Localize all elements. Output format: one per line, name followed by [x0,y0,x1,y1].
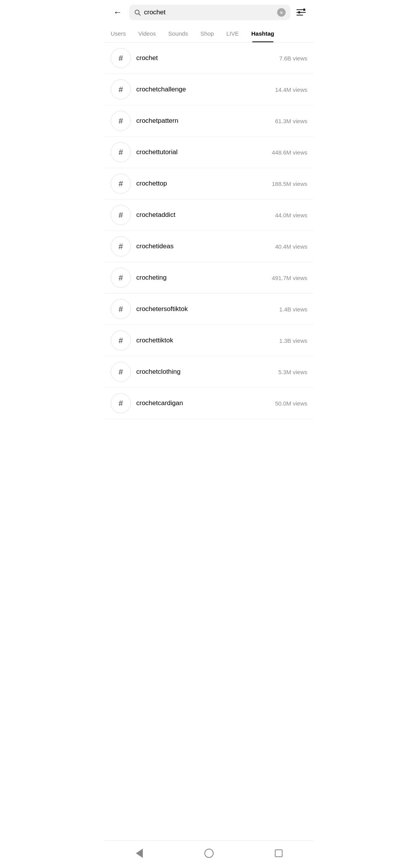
hashtag-name: crochettutorial [136,148,266,156]
hashtag-views: 50.0M views [275,400,307,407]
hashtag-item[interactable]: # crochettop 188.5M views [104,168,314,199]
tab-sounds[interactable]: Sounds [162,25,194,42]
search-bar: × [129,5,290,20]
hashtag-views: 5.3M views [278,369,307,375]
hashtag-symbol: # [118,368,123,376]
hashtag-symbol: # [118,148,123,157]
hashtag-icon-circle: # [111,111,131,131]
hashtag-item[interactable]: # crochet 7.6B views [104,43,314,74]
clear-icon: × [280,10,283,15]
tab-videos[interactable]: Videos [132,25,162,42]
hashtag-views: 44.0M views [275,212,307,218]
hashtag-views: 188.5M views [272,180,307,187]
tab-bar: Users Videos Sounds Shop LIVE Hashtag [104,25,314,43]
nav-back-icon [136,849,143,858]
search-input[interactable] [144,9,274,16]
bottom-nav [104,840,314,868]
search-icon [134,9,141,16]
nav-recents-button[interactable] [269,846,288,860]
header: ← × [104,0,314,25]
hashtag-icon-circle: # [111,299,131,319]
hashtag-name: crochetersoftiktok [136,305,274,313]
hashtag-symbol: # [118,85,123,94]
hashtag-name: crochetclothing [136,368,273,376]
clear-button[interactable]: × [277,8,286,17]
hashtag-views: 1.3B views [279,337,307,344]
tab-users[interactable]: Users [104,25,132,42]
svg-point-5 [303,9,305,11]
hashtag-item[interactable]: # crochetcardigan 50.0M views [104,388,314,419]
nav-home-icon [204,849,214,858]
hashtag-item[interactable]: # crochetclothing 5.3M views [104,356,314,388]
hashtag-icon-circle: # [111,393,131,413]
filter-icon [296,9,306,16]
hashtag-views: 40.4M views [275,243,307,250]
hashtag-views: 1.4B views [279,306,307,313]
hashtag-item[interactable]: # crochetchallenge 14.4M views [104,74,314,105]
back-button[interactable]: ← [110,5,125,20]
back-icon: ← [113,7,122,17]
hashtag-name: crochetpattern [136,117,270,125]
hashtag-name: crochetchallenge [136,86,270,93]
hashtag-icon-circle: # [111,268,131,288]
hashtag-views: 491.7M views [272,275,307,281]
hashtag-item[interactable]: # crochetersoftiktok 1.4B views [104,294,314,325]
hashtag-name: crochettop [136,180,266,187]
tab-hashtag[interactable]: Hashtag [245,25,280,42]
hashtag-symbol: # [118,273,123,282]
hashtag-symbol: # [118,336,123,345]
hashtag-icon-circle: # [111,330,131,351]
nav-back-button[interactable] [130,846,149,860]
tab-shop[interactable]: Shop [194,25,220,42]
hashtag-item[interactable]: # crochetideas 40.4M views [104,231,314,262]
tab-live[interactable]: LIVE [220,25,245,42]
nav-recents-icon [275,849,283,857]
hashtag-symbol: # [118,54,123,63]
hashtag-symbol: # [118,399,123,408]
hashtag-item[interactable]: # crochetaddict 44.0M views [104,199,314,231]
hashtag-icon-circle: # [111,48,131,68]
hashtag-views: 448.6M views [272,149,307,156]
hashtag-item[interactable]: # crocheting 491.7M views [104,262,314,294]
hashtag-name: crochetcardigan [136,399,270,407]
hashtag-symbol: # [118,117,123,125]
hashtag-name: crochetaddict [136,211,270,219]
hashtag-icon-circle: # [111,236,131,256]
hashtag-icon-circle: # [111,174,131,194]
hashtag-views: 7.6B views [279,55,307,62]
hashtag-symbol: # [118,242,123,251]
hashtag-item[interactable]: # crochetpattern 61.3M views [104,105,314,137]
hashtag-views: 61.3M views [275,118,307,124]
hashtag-views: 14.4M views [275,86,307,93]
hashtag-icon-circle: # [111,79,131,100]
hashtag-name: crochetideas [136,242,270,250]
hashtag-item[interactable]: # crochettutorial 448.6M views [104,137,314,168]
hashtag-item[interactable]: # crochettiktok 1.3B views [104,325,314,356]
hashtag-icon-circle: # [111,362,131,382]
hashtag-name: crochettiktok [136,337,274,344]
filter-button[interactable] [294,5,308,19]
hashtag-symbol: # [118,179,123,188]
svg-line-1 [139,14,140,15]
hashtag-icon-circle: # [111,142,131,162]
hashtag-symbol: # [118,211,123,220]
nav-home-button[interactable] [199,846,219,860]
hashtag-icon-circle: # [111,205,131,225]
hashtag-list: # crochet 7.6B views # crochetchallenge … [104,43,314,840]
svg-point-6 [298,11,300,14]
hashtag-symbol: # [118,305,123,314]
hashtag-name: crochet [136,54,274,62]
hashtag-name: crocheting [136,274,266,282]
